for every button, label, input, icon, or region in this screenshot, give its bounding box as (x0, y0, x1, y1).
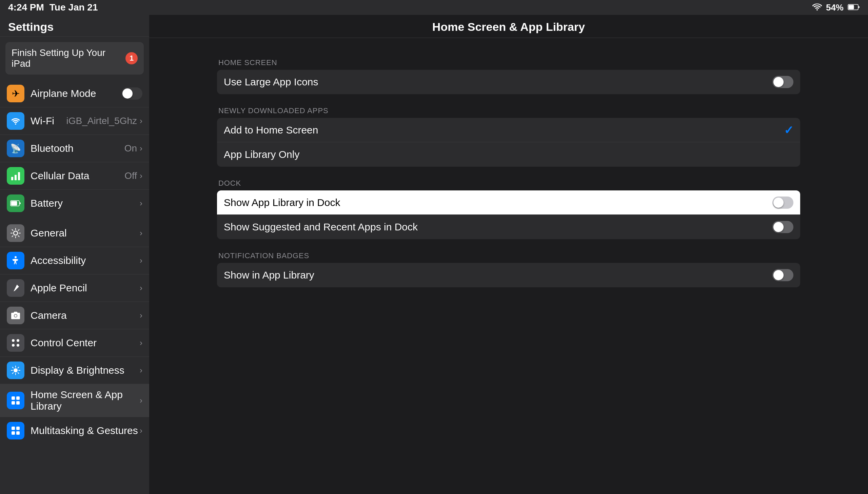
svg-point-15 (14, 368, 18, 372)
add-to-home-checkmark: ✓ (784, 124, 793, 137)
wifi-icon (812, 2, 822, 13)
content-body: HOME SCREEN Use Large App Icons NEWLY DO… (149, 38, 868, 301)
bluetooth-chevron: › (140, 144, 143, 153)
airplane-mode-icon: ✈ (7, 85, 24, 102)
svg-point-11 (12, 339, 15, 342)
accessibility-icon (7, 252, 24, 269)
settings-row-show-suggested-dock[interactable]: Show Suggested and Recent Apps in Dock (217, 215, 800, 239)
settings-row-label-show-in-app-library: Show in App Library (224, 269, 772, 281)
show-app-library-dock-toggle-thumb (773, 197, 783, 208)
show-app-library-dock-toggle[interactable] (772, 196, 793, 209)
settings-row-large-icons[interactable]: Use Large App Icons (217, 70, 800, 94)
wifi-sidebar-icon (7, 112, 24, 130)
sidebar-item-wifi[interactable]: Wi-Fi iGB_Airtel_5Ghz › (0, 108, 149, 135)
sidebar-item-value-wifi: iGB_Airtel_5Ghz (66, 116, 137, 126)
battery-icon (848, 2, 860, 13)
sidebar-item-label-multitasking: Multitasking & Gestures (31, 425, 140, 436)
main-layout: Settings Finish Setting Up Your iPad 1 ✈… (0, 15, 868, 494)
settings-row-label-show-suggested-dock: Show Suggested and Recent Apps in Dock (224, 221, 772, 233)
date: Tue Jan 21 (50, 2, 98, 13)
home-screen-chevron: › (140, 396, 143, 405)
settings-row-label-large-icons: Use Large App Icons (224, 76, 772, 88)
sidebar-item-display-brightness[interactable]: Display & Brightness › (0, 357, 149, 384)
sidebar-item-cellular[interactable]: Cellular Data Off › (0, 162, 149, 190)
settings-row-label-add-to-home: Add to Home Screen (224, 124, 784, 136)
sidebar-item-accessibility[interactable]: Accessibility › (0, 247, 149, 274)
sidebar-item-battery[interactable]: Battery › (0, 190, 149, 217)
settings-row-label-show-app-library-dock: Show App Library in Dock (224, 197, 772, 208)
svg-rect-2 (11, 177, 13, 180)
section-header-notification-badges: NOTIFICATION BADGES (217, 251, 800, 260)
wifi-chevron: › (140, 116, 143, 126)
large-icons-toggle-thumb (773, 77, 783, 87)
svg-rect-21 (16, 426, 20, 430)
general-chevron: › (140, 228, 143, 238)
show-suggested-dock-toggle-thumb (773, 222, 783, 232)
settings-row-add-to-home[interactable]: Add to Home Screen ✓ (217, 118, 800, 142)
sidebar-item-label-airplane: Airplane Mode (31, 88, 122, 99)
status-bar-left: 4:24 PM Tue Jan 21 (8, 2, 98, 13)
svg-rect-3 (15, 175, 17, 180)
svg-rect-1 (849, 5, 854, 9)
section-header-dock: DOCK (217, 179, 800, 188)
control-center-chevron: › (140, 338, 143, 348)
multitasking-icon (7, 422, 24, 439)
svg-point-12 (17, 339, 19, 342)
status-bar: 4:24 PM Tue Jan 21 54% (0, 0, 868, 15)
svg-rect-22 (12, 431, 15, 435)
sidebar-item-control-center[interactable]: Control Center › (0, 329, 149, 357)
content-title: Home Screen & App Library (163, 20, 854, 34)
setup-banner[interactable]: Finish Setting Up Your iPad 1 (5, 42, 144, 75)
sidebar-item-label-cellular: Cellular Data (31, 170, 125, 182)
settings-row-show-app-library-dock[interactable]: Show App Library in Dock (217, 190, 800, 215)
cellular-icon (7, 167, 24, 185)
airplane-mode-toggle[interactable] (122, 88, 143, 100)
cellular-chevron: › (140, 171, 143, 180)
settings-row-app-library-only[interactable]: App Library Only (217, 142, 800, 167)
svg-rect-4 (18, 172, 20, 180)
battery-sidebar-icon (7, 194, 24, 212)
content-area: Home Screen & App Library HOME SCREEN Us… (149, 15, 868, 494)
svg-point-8 (15, 256, 17, 258)
show-in-app-library-toggle-thumb (773, 270, 783, 280)
sidebar-item-label-home-screen: Home Screen & App Library (31, 389, 140, 412)
sidebar-item-multitasking[interactable]: Multitasking & Gestures › (0, 417, 149, 444)
setup-banner-text: Finish Setting Up Your iPad (12, 48, 126, 69)
general-icon (7, 224, 24, 242)
show-in-app-library-toggle[interactable] (772, 269, 793, 281)
svg-rect-16 (12, 396, 15, 400)
large-icons-toggle[interactable] (772, 76, 793, 88)
sidebar-item-label-general: General (31, 227, 140, 239)
sidebar-title: Settings (0, 15, 149, 37)
setup-badge: 1 (126, 52, 138, 64)
sidebar-item-label-apple-pencil: Apple Pencil (31, 282, 140, 294)
apple-pencil-chevron: › (140, 283, 143, 293)
sidebar-item-label-camera: Camera (31, 310, 140, 321)
svg-point-7 (14, 231, 18, 235)
sidebar-item-apple-pencil[interactable]: Apple Pencil › (0, 274, 149, 302)
sidebar-item-label-wifi: Wi-Fi (31, 115, 66, 127)
sidebar-item-bluetooth[interactable]: 📡 Bluetooth On › (0, 135, 149, 162)
sidebar-item-home-screen[interactable]: Home Screen & App Library › (0, 384, 149, 417)
sidebar-section-settings: General › Accessibility › (0, 220, 149, 444)
show-suggested-dock-toggle[interactable] (772, 221, 793, 233)
sidebar-item-label-accessibility: Accessibility (31, 255, 140, 266)
sidebar: Settings Finish Setting Up Your iPad 1 ✈… (0, 15, 149, 494)
settings-row-show-in-app-library[interactable]: Show in App Library (217, 263, 800, 287)
sidebar-section-connectivity: ✈ Airplane Mode Wi-Fi iGB_Airtel_5Ghz › (0, 80, 149, 217)
svg-point-14 (17, 344, 19, 347)
home-screen-icon (7, 392, 24, 409)
settings-group-dock: Show App Library in Dock Show Suggested … (217, 190, 800, 239)
apple-pencil-icon (7, 279, 24, 297)
svg-point-10 (15, 315, 17, 317)
camera-icon (7, 307, 24, 324)
sidebar-item-label-bluetooth: Bluetooth (31, 142, 125, 154)
sidebar-item-airplane-mode[interactable]: ✈ Airplane Mode (0, 80, 149, 108)
camera-chevron: › (140, 311, 143, 320)
sidebar-item-label-battery: Battery (31, 197, 140, 209)
sidebar-item-general[interactable]: General › (0, 220, 149, 247)
sidebar-item-label-control-center: Control Center (31, 337, 140, 349)
accessibility-chevron: › (140, 256, 143, 265)
control-center-icon (7, 334, 24, 352)
sidebar-item-camera[interactable]: Camera › (0, 302, 149, 329)
